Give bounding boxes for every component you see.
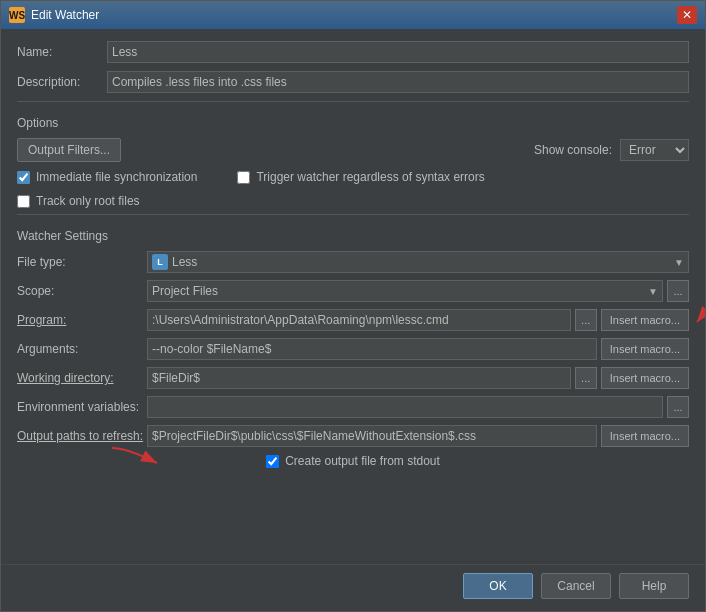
name-row: Name: (17, 41, 689, 63)
cancel-button[interactable]: Cancel (541, 573, 611, 599)
arguments-input[interactable] (147, 338, 597, 360)
title-bar-left: WS Edit Watcher (9, 7, 99, 23)
scope-dropdown[interactable]: Project Files ▼ (147, 280, 663, 302)
file-type-arrow: ▼ (674, 257, 684, 268)
scope-arrow-indicator (687, 292, 705, 332)
arguments-label: Arguments: (17, 342, 147, 356)
file-type-dropdown[interactable]: L Less ▼ (147, 251, 689, 273)
options-right: Show console: Error Always Never (534, 139, 689, 161)
name-input[interactable] (107, 41, 689, 63)
program-input[interactable] (147, 309, 571, 331)
trigger-watcher-row: Trigger watcher regardless of syntax err… (237, 170, 484, 184)
working-dir-input[interactable] (147, 367, 571, 389)
output-filters-button[interactable]: Output Filters... (17, 138, 121, 162)
options-checkboxes: Immediate file synchronization Trigger w… (17, 170, 689, 190)
immediate-sync-row: Immediate file synchronization (17, 170, 197, 184)
working-dir-row: Working directory: ... Insert macro... (17, 367, 689, 389)
working-dir-insert-macro-button[interactable]: Insert macro... (601, 367, 689, 389)
output-paths-input[interactable] (147, 425, 597, 447)
description-label: Description: (17, 75, 107, 89)
file-type-value: Less (172, 255, 674, 269)
program-row: Program: ... Insert macro... (17, 309, 689, 331)
output-paths-row: Output paths to refresh: Insert macro... (17, 425, 689, 447)
track-root-checkbox[interactable] (17, 195, 30, 208)
app-icon: WS (9, 7, 25, 23)
working-dir-dots-button[interactable]: ... (575, 367, 597, 389)
scope-arrow: ▼ (648, 286, 658, 297)
program-label: Program: (17, 313, 147, 327)
trigger-watcher-checkbox[interactable] (237, 171, 250, 184)
watcher-settings-section: Watcher Settings File type: L Less ▼ Sco… (17, 214, 689, 468)
immediate-sync-label: Immediate file synchronization (36, 170, 197, 184)
edit-watcher-dialog: WS Edit Watcher ✕ Name: Description: Opt… (0, 0, 706, 612)
create-output-label: Create output file from stdout (285, 454, 440, 468)
ok-button[interactable]: OK (463, 573, 533, 599)
file-type-row: File type: L Less ▼ (17, 251, 689, 273)
create-output-row: Create output file from stdout (17, 454, 689, 468)
title-bar: WS Edit Watcher ✕ (1, 1, 705, 29)
scope-label: Scope: (17, 284, 147, 298)
track-root-label: Track only root files (36, 194, 140, 208)
description-row: Description: (17, 71, 689, 93)
dialog-content: Name: Description: Options Output Filter… (1, 29, 705, 564)
env-vars-row: Environment variables: ... (17, 396, 689, 418)
env-vars-dots-button[interactable]: ... (667, 396, 689, 418)
options-top-row: Output Filters... Show console: Error Al… (17, 138, 689, 162)
scope-value: Project Files (152, 284, 648, 298)
scope-row: Scope: Project Files ▼ ... No such files… (17, 280, 689, 302)
create-output-checkbox[interactable] (266, 455, 279, 468)
description-input[interactable] (107, 71, 689, 93)
file-type-label: File type: (17, 255, 147, 269)
trigger-watcher-label: Trigger watcher regardless of syntax err… (256, 170, 484, 184)
show-console-label: Show console: (534, 143, 612, 157)
show-console-select[interactable]: Error Always Never (620, 139, 689, 161)
watcher-settings-label: Watcher Settings (17, 229, 689, 243)
output-paths-label: Output paths to refresh: (17, 429, 147, 443)
scope-dots-button[interactable]: ... (667, 280, 689, 302)
program-insert-macro-button[interactable]: Insert macro... (601, 309, 689, 331)
help-button[interactable]: Help (619, 573, 689, 599)
options-section: Options Output Filters... Show console: … (17, 101, 689, 208)
close-button[interactable]: ✕ (677, 6, 697, 24)
options-label: Options (17, 116, 689, 130)
output-paths-insert-macro-button[interactable]: Insert macro... (601, 425, 689, 447)
env-vars-label: Environment variables: (17, 400, 147, 414)
name-label: Name: (17, 45, 107, 59)
arguments-row: Arguments: Insert macro... (17, 338, 689, 360)
dialog-title: Edit Watcher (31, 8, 99, 22)
arguments-insert-macro-button[interactable]: Insert macro... (601, 338, 689, 360)
track-root-row: Track only root files (17, 194, 689, 208)
bottom-bar: OK Cancel Help (1, 564, 705, 611)
immediate-sync-checkbox[interactable] (17, 171, 30, 184)
working-dir-label: Working directory: (17, 371, 147, 385)
env-vars-input[interactable] (147, 396, 663, 418)
program-dots-button[interactable]: ... (575, 309, 597, 331)
less-icon: L (152, 254, 168, 270)
